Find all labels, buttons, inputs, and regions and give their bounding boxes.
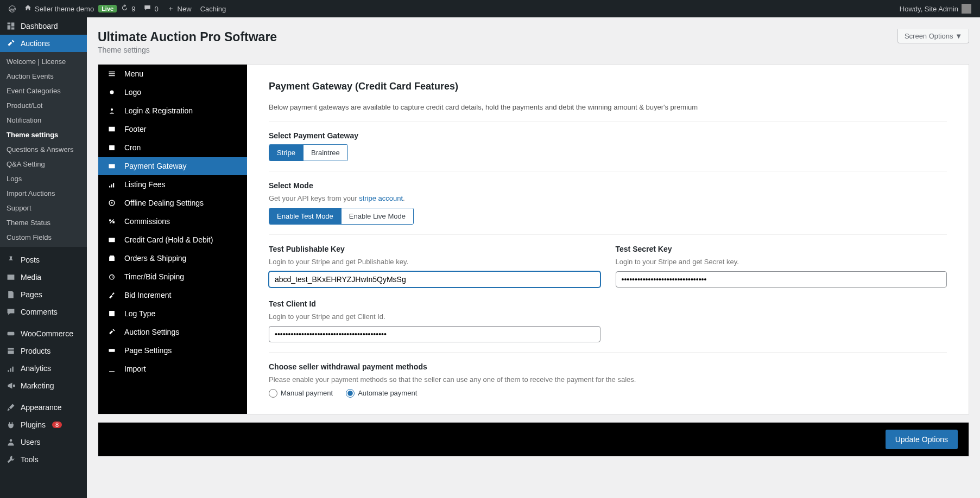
action-bar: Update Options [98,422,969,457]
settings-nav-label: Page Settings [124,346,172,355]
section-heading: Payment Gateway (Credit Card Features) [269,81,947,92]
sidebar-subitem-import-auctions[interactable]: Import Auctions [0,186,87,201]
sidebar-item-woocommerce[interactable]: WooCommerce [0,325,87,342]
comments-link[interactable]: 0 [140,0,162,17]
wp-logo-icon[interactable] [4,0,20,17]
live-badge: Live [98,5,117,12]
user-icon [5,438,16,446]
sidebar-subitem-auction-events[interactable]: Auction Events [0,69,87,84]
sidebar-subitem-support[interactable]: Support [0,201,87,215]
commission-icon [107,218,117,225]
settings-nav-label: Credit Card (Hold & Debit) [124,235,213,244]
sidebar-item-analytics[interactable]: Analytics [0,360,87,377]
account-link[interactable]: Howdy, Site Admin [895,0,976,17]
withdrawal-manual-radio[interactable]: Manual payment [269,389,333,398]
fees-icon [107,181,117,188]
plugin-icon [5,420,16,429]
settings-nav-orders-shipping[interactable]: Orders & Shipping [98,249,247,267]
sidebar-item-media[interactable]: Media [0,269,87,286]
sidebar-item-plugins[interactable]: Plugins8 [0,416,87,433]
sidebar-subitem-event-categories[interactable]: Event Categories [0,84,87,98]
withdrawal-auto-radio[interactable]: Automate payment [346,389,417,398]
gateway-toggle-stripe-button[interactable]: Stripe [269,145,303,161]
pub-key-help: Login to your Stripe and get Publishable… [269,258,600,266]
svg-point-10 [110,260,111,260]
sidebar-subitem-questions-answers[interactable]: Questions & Answers [0,142,87,157]
withdrawal-help: Please enable your payment methods so th… [269,375,947,384]
settings-nav-timer-bid-sniping[interactable]: Timer/Bid Sniping [98,267,247,286]
mode-toggle: Enable Test ModeEnable Live Mode [269,208,414,225]
home-icon [24,4,31,13]
sidebar-subitem-theme-settings[interactable]: Theme settings [0,127,87,142]
site-link[interactable]: Seller theme demo [20,0,98,17]
sidebar-subitem-logs[interactable]: Logs [0,171,87,186]
gateway-toggle-braintree-button[interactable]: Braintree [303,145,347,161]
refresh-icon [121,4,128,13]
sidebar-item-pages[interactable]: Pages [0,286,87,303]
import-icon [107,365,117,373]
settings-nav-listing-fees[interactable]: Listing Fees [98,175,247,194]
settings-nav-credit-card-hold-debit-[interactable]: Credit Card (Hold & Debit) [98,231,247,249]
footer-icon [107,125,117,133]
sidebar-item-dashboard[interactable]: Dashboard [0,17,87,35]
settings-nav-log-type[interactable]: Log Type [98,304,247,323]
sidebar-item-comments[interactable]: Comments [0,303,87,321]
sidebar-item-auctions[interactable]: Auctions [0,35,87,52]
settings-nav-payment-gateway[interactable]: Payment Gateway [98,157,247,175]
settings-nav-import[interactable]: Import [98,360,247,378]
settings-nav-label: Login & Registration [124,106,193,115]
new-link[interactable]: ＋New [163,0,196,17]
comment-icon [144,4,151,13]
mode-toggle-enable-test-mode-button[interactable]: Enable Test Mode [269,208,341,224]
sidebar-item-label: Posts [21,256,40,264]
sidebar-item-label: Analytics [21,364,51,373]
page-subtitle: Theme settings [98,46,277,54]
settings-nav-footer[interactable]: Footer [98,120,247,138]
client-id-input[interactable] [269,326,600,342]
settings-nav-label: Commissions [124,217,170,226]
sidebar-item-label: Pages [21,290,42,299]
pub-key-input[interactable] [269,271,600,288]
settings-nav-cron[interactable]: Cron [98,138,247,157]
secret-key-label: Test Secret Key [616,245,947,253]
screen-options-button[interactable]: Screen Options ▼ [897,29,969,43]
sidebar-item-tools[interactable]: Tools [0,451,87,468]
secret-key-input[interactable] [616,271,947,288]
settings-nav-label: Cron [124,143,141,152]
sidebar-subitem-q-a-setting[interactable]: Q&A Setting [0,157,87,171]
sidebar-item-users[interactable]: Users [0,433,87,451]
svg-point-2 [10,439,12,442]
settings-nav-label: Footer [124,125,146,133]
sidebar-item-posts[interactable]: Posts [0,251,87,269]
sidebar-subitem-custom-fields[interactable]: Custom Fields [0,230,87,245]
sidebar-subitem-welcome-license[interactable]: Welcome | License [0,54,87,69]
settings-nav-page-settings[interactable]: Page Settings [98,341,247,360]
sidebar-item-label: Users [21,438,41,446]
settings-content: Payment Gateway (Credit Card Features) B… [247,65,969,414]
sidebar-subitem-theme-status[interactable]: Theme Status [0,215,87,230]
settings-nav-offline-dealing-settings[interactable]: Offline Dealing Settings [98,194,247,212]
avatar-icon [962,4,971,14]
sidebar-item-label: Marketing [21,381,54,390]
stripe-account-link[interactable]: stripe account [359,194,403,202]
update-options-button[interactable]: Update Options [886,430,958,449]
updates-link[interactable]: 9 [117,0,140,17]
settings-nav-label: Import [124,365,146,373]
settings-nav-label: Listing Fees [124,180,165,189]
sidebar-item-appearance[interactable]: Appearance [0,399,87,416]
sidebar-item-products[interactable]: Products [0,342,87,360]
settings-nav-auction-settings[interactable]: Auction Settings [98,323,247,341]
settings-nav-login-registration[interactable]: Login & Registration [98,101,247,120]
sidebar-subitem-notification[interactable]: Notification [0,113,87,127]
svg-point-8 [111,202,113,203]
settings-nav-bid-increment[interactable]: Bid Increment [98,286,247,304]
caching-link[interactable]: Caching [196,0,231,17]
settings-nav-commissions[interactable]: Commissions [98,212,247,231]
sidebar-subitem-product-lot[interactable]: Product/Lot [0,98,87,113]
settings-nav-logo[interactable]: Logo [98,83,247,101]
settings-nav-menu[interactable]: Menu [98,65,247,83]
sidebar-item-marketing[interactable]: Marketing [0,377,87,394]
page-title: Ultimate Auction Pro Software [98,29,277,46]
mode-toggle-enable-live-mode-button[interactable]: Enable Live Mode [341,208,413,224]
offline-icon [107,199,117,207]
